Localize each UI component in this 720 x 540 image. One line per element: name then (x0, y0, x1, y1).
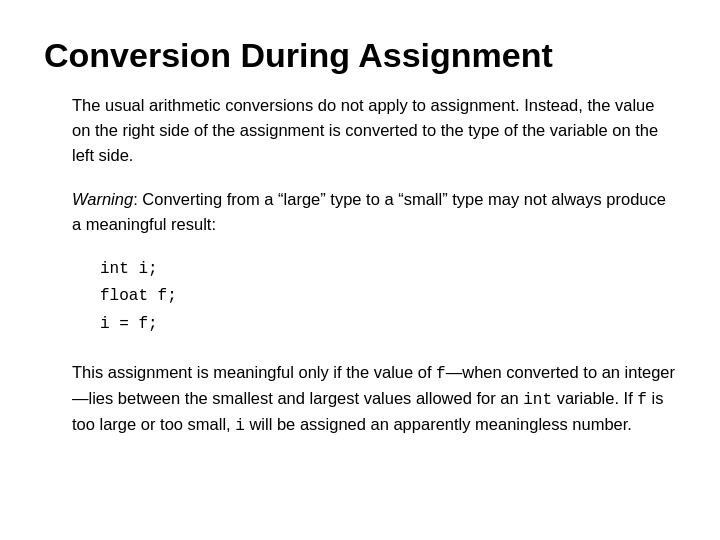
note-paragraph: This assignment is meaningful only if th… (72, 360, 676, 438)
code-line-2: float f; (100, 284, 676, 310)
code-block: int i; float f; i = f; (44, 257, 676, 340)
note-code4: i (235, 417, 245, 435)
paragraph-2-container: Warning: Converting from a “large” type … (44, 187, 676, 237)
warning-label: Warning (72, 190, 133, 208)
note-part5: will be assigned an apparently meaningle… (245, 415, 632, 433)
note-code2: int (523, 391, 552, 409)
paragraph-1: The usual arithmetic conversions do not … (72, 93, 676, 167)
paragraph-1-text: The usual arithmetic conversions do not … (72, 96, 658, 164)
note-part1: This assignment is meaningful only if th… (72, 363, 436, 381)
warning-text: : Converting from a “large” type to a “s… (72, 190, 666, 233)
slide-title: Conversion During Assignment (44, 36, 676, 75)
note-code1: f (436, 365, 446, 383)
note-code3: f (637, 391, 647, 409)
paragraph-2-text: Warning: Converting from a “large” type … (72, 187, 676, 237)
code-line-1: int i; (100, 257, 676, 283)
note-part3: variable. If (552, 389, 637, 407)
code-line-3: i = f; (100, 312, 676, 338)
slide: Conversion During Assignment The usual a… (0, 0, 720, 540)
